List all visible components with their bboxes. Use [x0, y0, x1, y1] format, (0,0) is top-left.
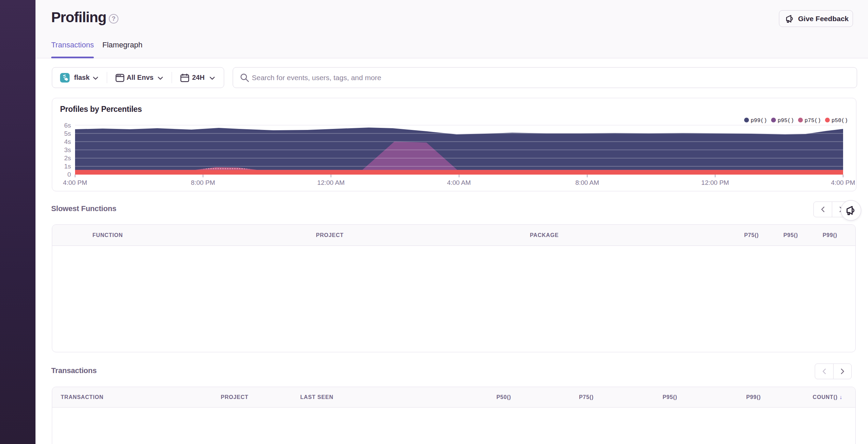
svg-text:4:00 AM: 4:00 AM — [447, 179, 471, 186]
svg-text:4:00 PM: 4:00 PM — [63, 179, 87, 186]
svg-text:6s: 6s — [64, 122, 71, 129]
svg-text:p50(): p50() — [831, 118, 848, 124]
svg-text:12:00 AM: 12:00 AM — [317, 179, 345, 186]
svg-text:4s: 4s — [64, 138, 71, 145]
svg-text:p99(): p99() — [751, 118, 767, 124]
svg-text:3s: 3s — [64, 146, 71, 153]
svg-text:5s: 5s — [64, 130, 71, 137]
svg-text:0: 0 — [67, 171, 71, 178]
svg-text:2s: 2s — [64, 154, 71, 162]
svg-text:8:00 AM: 8:00 AM — [575, 179, 599, 186]
svg-text:8:00 PM: 8:00 PM — [191, 179, 215, 186]
svg-text:4:00 PM: 4:00 PM — [831, 179, 855, 186]
svg-text:12:00 PM: 12:00 PM — [701, 179, 729, 186]
svg-text:p95(): p95() — [778, 118, 794, 124]
svg-text:1s: 1s — [64, 163, 71, 170]
svg-text:p75(): p75() — [805, 118, 821, 124]
